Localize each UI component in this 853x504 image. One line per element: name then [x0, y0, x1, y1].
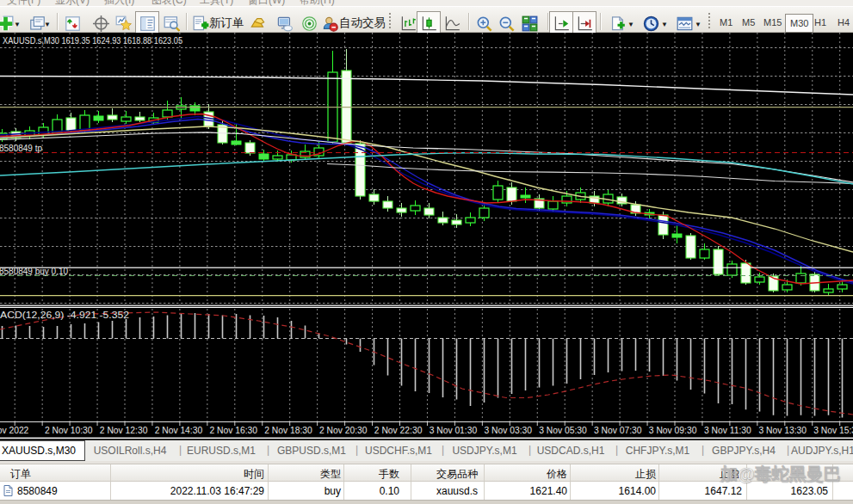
svg-text:3 Nov 01:30: 3 Nov 01:30: [430, 426, 478, 435]
svg-text:2 Nov 20:30: 2 Nov 20:30: [319, 426, 368, 435]
svg-text:8580849 buy 0.10: 8580849 buy 0.10: [0, 267, 69, 276]
svg-text:2 Nov 10:30: 2 Nov 10:30: [45, 426, 93, 435]
svg-text:2 Nov 16:30: 2 Nov 16:30: [209, 426, 257, 435]
svg-text:3 Nov 13:30: 3 Nov 13:30: [758, 426, 807, 435]
svg-text:MACD(12,26,9) -4.921 -5.352: MACD(12,26,9) -4.921 -5.352: [0, 310, 129, 320]
svg-text:2 Nov 14:30: 2 Nov 14:30: [155, 426, 203, 435]
svg-text:2 Nov 12:30: 2 Nov 12:30: [100, 426, 148, 435]
svg-text:XAUUSD.s,M30 1619.35 1624.93: XAUUSD.s,M30 1619.35 1624.93 1618.88 162…: [3, 35, 182, 46]
svg-text:2 Nov 22:30: 2 Nov 22:30: [374, 426, 423, 435]
svg-text:2 Nov 2022: 2 Nov 2022: [0, 426, 29, 435]
svg-text:3 Nov 09:30: 3 Nov 09:30: [649, 426, 697, 435]
svg-text:3 Nov 05:30: 3 Nov 05:30: [539, 426, 587, 435]
svg-text:3 Nov 15:30: 3 Nov 15:30: [813, 426, 853, 435]
svg-text:8580849 tp: 8580849 tp: [0, 144, 42, 153]
svg-text:3 Nov 11:30: 3 Nov 11:30: [704, 426, 751, 435]
svg-text:2 Nov 18:30: 2 Nov 18:30: [264, 426, 312, 435]
svg-text:3 Nov 07:30: 3 Nov 07:30: [594, 426, 642, 435]
svg-text:3 Nov 03:30: 3 Nov 03:30: [484, 426, 532, 435]
